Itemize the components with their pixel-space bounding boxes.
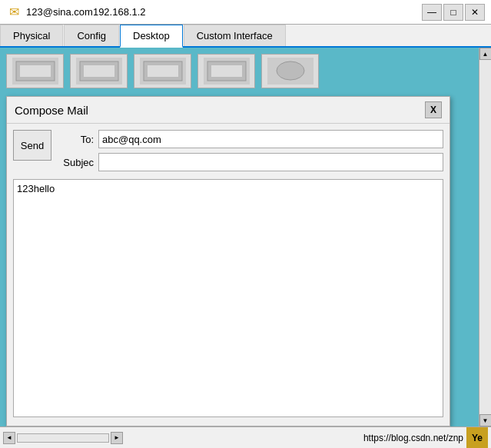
scroll-down-button[interactable]: ▼ xyxy=(479,414,492,426)
status-scroll-track xyxy=(17,433,109,443)
maximize-button[interactable]: □ xyxy=(443,4,463,21)
thumb-2 xyxy=(70,54,128,88)
status-url: https://blog.csdn.net/znp xyxy=(123,433,466,443)
title-bar-text: 123@sina.com192.168.1.2 xyxy=(26,6,422,18)
send-area: Send To: Subjec xyxy=(13,130,443,176)
svg-point-13 xyxy=(277,61,304,80)
svg-rect-8 xyxy=(148,65,178,77)
to-input[interactable] xyxy=(98,130,443,148)
tab-config[interactable]: Config xyxy=(64,25,119,46)
svg-rect-11 xyxy=(211,65,242,77)
thumb-3 xyxy=(134,54,191,88)
to-subject-area: To: Subjec xyxy=(56,130,443,176)
tab-physical[interactable]: Physical xyxy=(0,25,63,46)
app-icon: ✉ xyxy=(6,5,22,20)
status-scroll-left-button[interactable]: ◄ xyxy=(3,432,15,444)
compose-form: Send To: Subjec 123hello xyxy=(7,124,450,426)
tab-bar: Physical Config Desktop Custom Interface xyxy=(0,25,491,48)
status-bar: ◄ ► https://blog.csdn.net/znp Ye xyxy=(0,426,491,448)
subject-input[interactable] xyxy=(98,153,443,171)
image-strip xyxy=(6,54,473,88)
status-left: ◄ ► xyxy=(3,432,123,444)
svg-rect-2 xyxy=(20,65,51,77)
thumb-5 xyxy=(261,54,319,88)
thumb-4 xyxy=(197,54,255,88)
close-button[interactable]: ✕ xyxy=(465,4,485,21)
compose-mail-dialog: Compose Mail X Send To: Subjec xyxy=(6,96,450,426)
compose-body[interactable]: 123hello xyxy=(13,179,443,417)
compose-close-button[interactable]: X xyxy=(425,101,442,118)
scroll-up-button[interactable]: ▲ xyxy=(479,48,492,60)
title-bar: ✉ 123@sina.com192.168.1.2 — □ ✕ xyxy=(0,0,491,25)
svg-rect-5 xyxy=(84,65,114,77)
status-scroll-right-button[interactable]: ► xyxy=(111,432,123,444)
main-area: ▲ ▼ xyxy=(0,48,491,426)
title-bar-buttons: — □ ✕ xyxy=(422,4,485,21)
subject-row: Subjec xyxy=(56,153,443,171)
thumb-1 xyxy=(6,54,64,88)
right-scrollbar: ▲ ▼ xyxy=(479,48,491,426)
to-label: To: xyxy=(56,134,98,145)
content-panel: Compose Mail X Send To: Subjec xyxy=(0,48,479,426)
minimize-button[interactable]: — xyxy=(422,4,442,21)
tab-custom-interface[interactable]: Custom Interface xyxy=(184,25,286,46)
status-ye-badge: Ye xyxy=(466,427,488,449)
tab-desktop[interactable]: Desktop xyxy=(120,25,183,48)
subject-label: Subjec xyxy=(56,157,98,168)
compose-title-bar: Compose Mail X xyxy=(7,97,450,124)
to-row: To: xyxy=(56,130,443,148)
compose-title: Compose Mail xyxy=(15,104,88,117)
scroll-track xyxy=(479,60,492,414)
send-button[interactable]: Send xyxy=(13,130,51,161)
